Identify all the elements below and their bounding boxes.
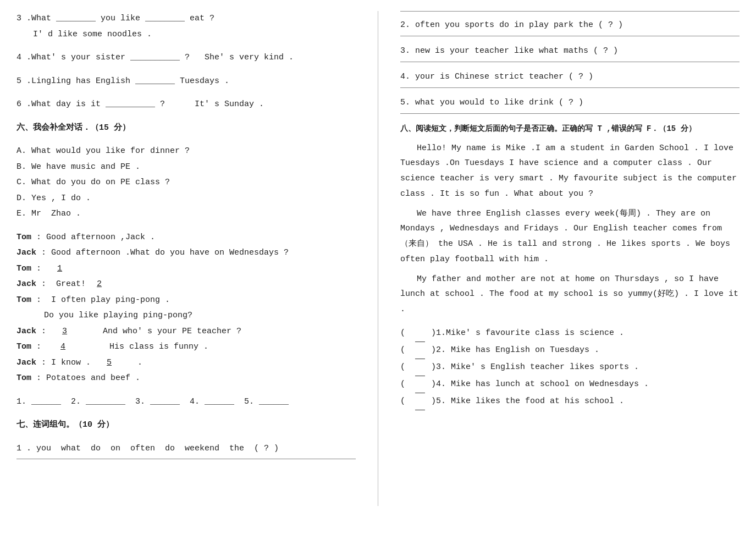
rq3-text: 3. new is your teacher like what maths (… [400, 43, 740, 59]
q6-text: 6 .What day is it __________ ? It' s Sun… [16, 97, 356, 113]
judge-2: ( )2. Mike has English on Tuesdays . [400, 342, 740, 359]
dialog-tom1: Tom : Good afternoon ,Jack . [16, 230, 356, 246]
dialog-tom5: Tom : Potatoes and beef . [16, 371, 356, 387]
blanks-text: 1. ______ 2. ________ 3. ______ 4. _____… [16, 394, 356, 410]
dialog-jack3: Jack : 3 And who' s your PE teacher ? [16, 324, 356, 340]
sec7-q1: 1 . you what do on often do weekend the … [16, 441, 356, 460]
q3-section: 3 .What ________ you like ________ eat ?… [16, 11, 356, 42]
q5-text: 5 .Lingling has English ________ Tuesday… [16, 74, 356, 90]
sec6-E: E. Mr Zhao . [16, 206, 356, 222]
sec6-A: A. What would you like for dinner ? [16, 144, 356, 159]
sec7-heading: 七、连词组句。（10 分） [16, 417, 356, 433]
blanks-row: 1. ______ 2. ________ 3. ______ 4. _____… [16, 394, 356, 410]
judge-section: ( )1.Mike' s favourite class is science … [400, 325, 740, 410]
sec6-B: B. We have music and PE . [16, 159, 356, 175]
rq2-text: 2. often you sports do in play park the … [400, 17, 740, 34]
dialog-tom4: Tom : 4 His class is funny . [16, 339, 356, 355]
sec6-options: A. What would you like for dinner ? B. W… [16, 144, 356, 222]
right-column: 2. often you sports do in play park the … [400, 11, 740, 506]
rq5-text: 5. what you would to like drink ( ? ) [400, 95, 740, 111]
reading-para2: We have three English classes every week… [400, 206, 740, 267]
judge-4: ( )4. Mike has lunch at school on Wednes… [400, 376, 740, 393]
q3-text: 3 .What ________ you like ________ eat ? [16, 11, 356, 27]
reading-para1: Hello! My name is Mike .I am a student i… [400, 141, 740, 202]
rq4-text: 4. your is Chinese strict teacher ( ? ) [400, 69, 740, 85]
dialog-jack1: Jack : Good afternoon .What do you have … [16, 245, 356, 261]
column-divider [378, 11, 378, 506]
sec8-heading: 八、阅读短文，判断短文后面的句子是否正确。正确的写 T ,错误的写 F．（15 … [400, 122, 740, 136]
sec6-D: D. Yes , I do . [16, 191, 356, 207]
sec7-q1-text: 1 . you what do on often do weekend the … [16, 441, 356, 457]
judge-1: ( )1.Mike' s favourite class is science … [400, 325, 740, 342]
dialog-section: Tom : Good afternoon ,Jack . Jack : Good… [16, 230, 356, 387]
judge-3: ( )3. Mike' s English teacher likes spor… [400, 359, 740, 376]
q4-section: 4 .What' s your sister __________ ? She'… [16, 50, 356, 66]
q3-answer: I' d like some noodles . [16, 27, 356, 43]
dialog-tom3b: Do you like playing ping-pong? [16, 308, 356, 324]
sec8-section: 八、阅读短文，判断短文后面的句子是否正确。正确的写 T ,错误的写 F．（15 … [400, 122, 740, 317]
sec6-heading: 六、我会补全对话．（15 分） [16, 120, 356, 136]
q5-section: 5 .Lingling has English ________ Tuesday… [16, 74, 356, 90]
left-column: 3 .What ________ you like ________ eat ?… [16, 11, 356, 506]
judge-5: ( )5. Mike likes the food at his school … [400, 393, 740, 410]
dialog-tom2: Tom : 1 [16, 261, 356, 277]
sec6-C: C. What do you do on PE class ? [16, 175, 356, 191]
sec6-title: 六、我会补全对话．（15 分） [16, 120, 356, 136]
dialog-tom3: Tom : I often play ping-pong . [16, 293, 356, 309]
sec7-title: 七、连词组句。（10 分） [16, 417, 356, 433]
reading-para3: My father and mother are not at home on … [400, 272, 740, 317]
dialog-jack4: Jack : I know . 5 . [16, 355, 356, 371]
q4-text: 4 .What' s your sister __________ ? She'… [16, 50, 356, 66]
q6-section: 6 .What day is it __________ ? It' s Sun… [16, 97, 356, 113]
dialog-jack2: Jack : Great!2 [16, 277, 356, 293]
rq1-section: 2. often you sports do in play park the … [400, 11, 740, 114]
